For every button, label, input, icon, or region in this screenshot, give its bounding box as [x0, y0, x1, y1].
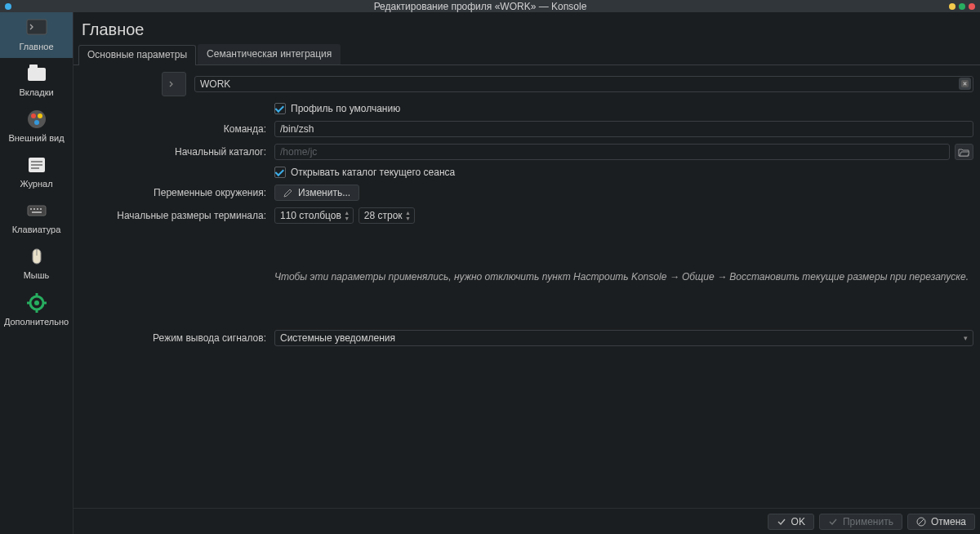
- svg-rect-8: [31, 161, 42, 162]
- svg-line-28: [919, 519, 924, 524]
- row-hint: Чтобы эти параметры применялись, нужно о…: [80, 271, 973, 283]
- svg-rect-15: [40, 208, 42, 210]
- svg-rect-13: [33, 208, 35, 210]
- button-label: Применить: [843, 516, 893, 527]
- pencil-icon: [283, 188, 293, 198]
- terminal-icon: [26, 17, 47, 38]
- window: Редактирование профиля «WORK» — Konsole …: [0, 0, 980, 534]
- clear-icon[interactable]: [959, 78, 971, 90]
- svg-point-3: [28, 110, 46, 128]
- window-menu-icon[interactable]: [5, 3, 11, 10]
- default-profile-checkbox[interactable]: Профиль по умолчанию: [274, 103, 400, 114]
- svg-rect-25: [167, 78, 180, 91]
- maximize-button[interactable]: [959, 3, 965, 10]
- sidebar-item-keyboard[interactable]: Клавиатура: [0, 195, 73, 241]
- profile-icon-button[interactable]: [162, 72, 186, 96]
- svg-rect-2: [29, 65, 38, 69]
- initial-dir-label: Начальный каталог:: [80, 146, 270, 158]
- select-value: Системные уведомления: [280, 332, 395, 344]
- ok-button[interactable]: OK: [768, 514, 814, 530]
- svg-rect-0: [27, 20, 47, 34]
- svg-point-20: [34, 300, 39, 305]
- sidebar-item-label: Внешний вид: [8, 133, 64, 143]
- sidebar-item-label: Журнал: [20, 179, 52, 189]
- initial-dir-input[interactable]: [274, 144, 950, 160]
- svg-rect-1: [28, 68, 46, 81]
- svg-rect-16: [32, 211, 42, 213]
- form-area: Профиль по умолчанию Команда: Начальный …: [74, 65, 980, 508]
- mouse-icon: [26, 246, 47, 267]
- sidebar-item-appearance[interactable]: Внешний вид: [0, 104, 73, 149]
- titlebar: Редактирование профиля «WORK» — Konsole: [0, 0, 980, 12]
- signal-mode-label: Режим вывода сигналов:: [80, 332, 270, 344]
- row-default-profile: Профиль по умолчанию: [80, 103, 973, 114]
- row-initial-dir: Начальный каталог:: [80, 144, 973, 160]
- row-profile-name: [80, 72, 973, 96]
- edit-env-button[interactable]: Изменить...: [274, 185, 359, 201]
- cancel-button[interactable]: Отмена: [907, 514, 975, 530]
- svg-rect-11: [28, 206, 46, 216]
- svg-rect-12: [30, 208, 32, 210]
- window-body: Главное Вкладки Внешний вид Журнал: [0, 12, 980, 534]
- rows-stepper[interactable]: 28 строк ▲▼: [359, 207, 415, 224]
- chevron-up-icon[interactable]: ▲: [343, 211, 351, 216]
- sidebar-item-mouse[interactable]: Мышь: [0, 241, 73, 287]
- browse-dir-button[interactable]: [955, 144, 973, 160]
- tab-general[interactable]: Основные параметры: [78, 45, 196, 65]
- command-input[interactable]: [274, 121, 973, 137]
- cancel-icon: [916, 517, 926, 527]
- checkbox-label: Открывать каталог текущего сеанса: [291, 167, 455, 178]
- sidebar-item-advanced[interactable]: Дополнительно: [0, 287, 73, 333]
- svg-rect-9: [31, 164, 42, 166]
- sidebar-item-label: Дополнительно: [4, 317, 69, 327]
- profile-name-input[interactable]: [194, 76, 973, 92]
- folder-open-icon: [958, 147, 969, 157]
- check-icon: [828, 517, 838, 527]
- checkbox-icon: [274, 167, 286, 178]
- tab-semantic[interactable]: Семантическая интеграция: [198, 44, 341, 65]
- palette-icon: [26, 109, 47, 130]
- rows-value: 28 строк: [364, 210, 403, 221]
- columns-stepper[interactable]: 110 столбцов ▲▼: [274, 207, 354, 224]
- check-icon: [777, 517, 786, 527]
- sidebar-item-general[interactable]: Главное: [0, 12, 73, 58]
- chevron-up-icon[interactable]: ▲: [404, 211, 412, 216]
- columns-value: 110 столбцов: [280, 210, 341, 221]
- svg-point-4: [31, 113, 36, 118]
- page-title: Главное: [74, 12, 980, 44]
- checkbox-label: Профиль по умолчанию: [291, 103, 400, 114]
- sidebar-item-scrolling[interactable]: Журнал: [0, 149, 73, 195]
- checkbox-icon: [274, 103, 286, 114]
- sidebar-item-label: Мышь: [24, 270, 50, 280]
- button-label: OK: [791, 516, 805, 527]
- row-env: Переменные окружения: Изменить...: [80, 185, 973, 201]
- svg-point-5: [38, 113, 42, 118]
- open-session-dir-checkbox[interactable]: Открывать каталог текущего сеанса: [274, 167, 455, 178]
- button-label: Изменить...: [298, 187, 350, 198]
- row-terminal-size: Начальные размеры терминала: 110 столбцо…: [80, 207, 973, 224]
- terminal-size-label: Начальные размеры терминала:: [80, 210, 270, 221]
- chevron-down-icon: ▾: [964, 334, 968, 342]
- signal-mode-select[interactable]: Системные уведомления ▾: [274, 330, 973, 346]
- tabs-icon: [26, 63, 47, 84]
- tabs: Основные параметры Семантическая интегра…: [74, 44, 980, 65]
- chevron-down-icon[interactable]: ▼: [343, 216, 351, 221]
- command-label: Команда:: [80, 123, 270, 135]
- keyboard-icon: [26, 200, 47, 221]
- sidebar-item-tabs[interactable]: Вкладки: [0, 58, 73, 104]
- sidebar: Главное Вкладки Внешний вид Журнал: [0, 12, 74, 534]
- svg-rect-14: [37, 208, 38, 210]
- window-controls: [949, 3, 975, 10]
- minimize-button[interactable]: [949, 3, 956, 10]
- history-icon: [26, 154, 47, 176]
- main-panel: Главное Основные параметры Семантическая…: [74, 12, 980, 534]
- sidebar-item-label: Главное: [19, 42, 53, 51]
- apply-button[interactable]: Применить: [819, 514, 902, 530]
- svg-point-6: [34, 120, 39, 125]
- close-button[interactable]: [969, 3, 975, 10]
- gear-icon: [26, 292, 47, 314]
- dialog-buttons: OK Применить Отмена: [74, 508, 980, 534]
- sidebar-item-label: Клавиатура: [12, 225, 61, 234]
- chevron-down-icon[interactable]: ▼: [404, 216, 412, 221]
- env-label: Переменные окружения:: [80, 187, 270, 198]
